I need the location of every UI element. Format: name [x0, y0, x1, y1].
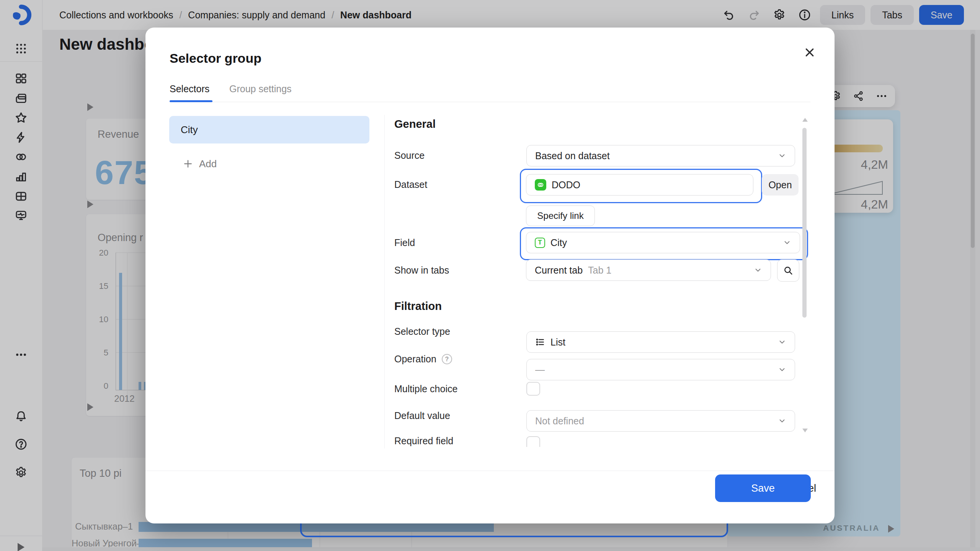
operation-help-icon[interactable]: ?: [442, 354, 452, 364]
default-value-select[interactable]: Not defined: [526, 410, 795, 432]
source-value: Based on dataset: [535, 150, 610, 161]
operation-label: Operation ?: [394, 354, 452, 365]
dataset-value: DODO: [552, 179, 580, 191]
field-label: Field: [394, 237, 415, 248]
general-heading: General: [394, 118, 436, 130]
search-icon: [783, 265, 794, 276]
modal-scrollbar-thumb[interactable]: [802, 128, 807, 318]
save-button[interactable]: Save: [715, 474, 811, 502]
modal-close-button[interactable]: [801, 44, 818, 61]
multiple-choice-label: Multiple choice: [394, 383, 457, 395]
chevron-down-icon: [778, 365, 786, 374]
selector-type-select[interactable]: List: [526, 331, 795, 353]
chevron-down-icon: [783, 238, 791, 247]
source-select[interactable]: Based on dataset: [526, 145, 795, 166]
panel-separator: [384, 115, 385, 448]
specify-link-button[interactable]: Specify link: [526, 205, 595, 226]
search-tabs-button[interactable]: [777, 259, 799, 282]
operation-select[interactable]: —: [526, 359, 795, 380]
dataset-icon: [535, 179, 546, 191]
required-field-checkbox[interactable]: [526, 436, 540, 447]
list-icon: [535, 337, 545, 347]
close-icon: [804, 47, 815, 58]
required-field-row-clipped: Required field: [394, 435, 739, 447]
chevron-down-icon: [778, 338, 786, 346]
dataset-label: Dataset: [394, 179, 427, 190]
selector-group-modal: Selector group Selectors Group settings …: [145, 28, 835, 523]
chevron-down-icon: [778, 152, 786, 160]
chevron-down-icon: [778, 417, 786, 425]
operation-value: —: [535, 364, 545, 375]
add-selector-label: Add: [199, 158, 217, 170]
show-in-tabs-tab-name: Tab 1: [588, 265, 611, 276]
scroll-up-arrow[interactable]: [802, 118, 808, 122]
modal-title: Selector group: [170, 51, 261, 66]
scroll-down-arrow[interactable]: [802, 429, 808, 432]
text-field-type-icon: T: [535, 238, 545, 248]
selector-list-item-city[interactable]: City: [169, 116, 369, 143]
screen: Collections and workbooks / Companies: s…: [0, 0, 980, 551]
tab-divider: [170, 102, 810, 102]
field-value: City: [550, 237, 567, 248]
field-select[interactable]: T City: [526, 232, 800, 253]
tab-group-settings[interactable]: Group settings: [229, 83, 292, 95]
dataset-field[interactable]: DODO: [526, 174, 753, 196]
open-dataset-button[interactable]: Open: [762, 174, 799, 196]
default-value-placeholder: Not defined: [535, 416, 584, 427]
show-in-tabs-select[interactable]: Current tab Tab 1: [526, 259, 771, 281]
tab-selectors[interactable]: Selectors: [170, 83, 209, 95]
active-tab-underline: [170, 100, 212, 102]
footer-divider: [145, 471, 835, 471]
selector-list-item-label: City: [181, 124, 198, 136]
operation-label-text: Operation: [394, 354, 436, 365]
multiple-choice-checkbox[interactable]: [526, 382, 540, 396]
filtration-heading: Filtration: [394, 300, 442, 313]
selector-type-value: List: [550, 337, 565, 348]
chevron-down-icon: [754, 266, 762, 274]
required-field-label: Required field: [394, 435, 453, 447]
default-value-label: Default value: [394, 410, 450, 421]
show-in-tabs-label: Show in tabs: [394, 265, 449, 276]
show-in-tabs-value: Current tab: [535, 265, 583, 276]
plus-icon: [183, 159, 193, 169]
selector-type-label: Selector type: [394, 326, 450, 337]
add-selector-button[interactable]: Add: [183, 156, 217, 171]
source-label: Source: [394, 150, 425, 161]
